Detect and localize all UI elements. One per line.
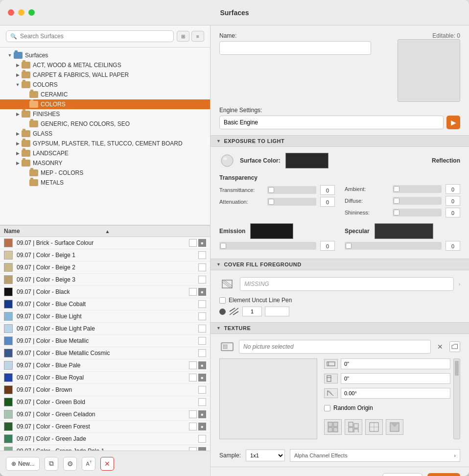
list-item[interactable]: 09.07 | Color - Green Jade [0,433,210,445]
ambient-value[interactable]: 0 [446,184,460,194]
list-item[interactable]: 09.07 | Color - Blue Metallic Cosmic [0,347,210,359]
list-item[interactable]: 09.07 | Color - Blue Royal ■ [0,372,210,384]
list-item[interactable]: 09.07 | Color - Green Celadon ■ [0,408,210,421]
list-item[interactable]: 09.07 | Color - Blue Cobalt [0,298,210,310]
tree-item-generic[interactable]: GENERIC, RENO COLORS, SEO [0,119,210,129]
texture-width-input[interactable] [341,358,450,369]
list-view-button[interactable]: ≡ [191,31,204,42]
tree-item-masonry[interactable]: ▶ MASONRY [0,158,210,168]
tree-item-ceramic[interactable]: CERAMIC [0,90,210,99]
texture-file-row: No picture selected ✕ [219,340,460,354]
tree-item-carpet[interactable]: ▶ CARPET & FABRICS, WALL PAPER [0,70,210,80]
surface-color-picker[interactable] [285,153,328,168]
rename-button[interactable]: AT [82,457,95,471]
tree-item-landscape[interactable]: ▶ LANDSCAPE [0,148,210,158]
emission-color-picker[interactable] [250,223,293,239]
item-icons [198,349,206,357]
tiling-btn-4[interactable] [386,419,403,435]
texture-scrollbar[interactable] [453,358,460,439]
color-swatch [4,324,13,333]
tree-label: ACT, WOOD & METAL CEILINGS [33,62,121,69]
list-item[interactable]: 09.07 | Color - Green Jade Pale 1 ■ [0,445,210,451]
ambient-slider[interactable] [393,185,442,193]
settings-button[interactable]: ⚙ [63,457,77,471]
shininess-value[interactable]: 0 [446,208,460,217]
hatch-radio[interactable] [219,309,226,315]
tree-item-surfaces[interactable]: ▼ Surfaces [0,50,210,60]
engine-settings-button[interactable]: ▶ [446,116,460,129]
duplicate-button[interactable]: ⧉ [45,457,58,471]
list-item[interactable]: 09.07 | Color - Blue Pale ■ [0,359,210,372]
texture-height-input[interactable] [341,373,450,384]
texture-angle-input[interactable] [341,388,450,399]
section-header-exposure[interactable]: ▼ EXPOSURE TO LIGHT [211,135,469,147]
list-item[interactable]: 09.07 | Color - Beige 3 [0,274,210,286]
list-item[interactable]: 09.07 | Color - Blue Light [0,310,210,323]
engine-select[interactable]: Basic Engine [219,116,444,129]
list-item[interactable]: 09.07 | Color - Beige 1 [0,249,210,262]
width-icon [324,359,338,369]
close-button[interactable] [8,9,14,16]
fullscreen-button[interactable] [28,9,35,16]
sort-icon[interactable]: ▲ [105,229,207,234]
list-item[interactable]: 09.07 | Brick - Surface Colour ■ [0,237,210,249]
tiling-btn-1[interactable] [324,419,342,435]
list-item[interactable]: 09.07 | Color - Green Bold [0,396,210,408]
emission-value[interactable]: 0 [320,241,335,251]
tree-item-colors-selected[interactable]: COLORS [0,99,210,109]
browse-texture-button[interactable] [449,341,460,352]
new-button[interactable]: ⊕ New... [6,457,40,471]
emission-slider[interactable] [219,242,316,250]
section-header-cover[interactable]: ▼ COVER FILL FOREGROUND [211,259,469,270]
tree-item-finishes[interactable]: ▶ FINISHES [0,109,210,119]
view-buttons: ⊞ ≡ [177,31,204,42]
list-item[interactable]: 09.07 | Color - Black ■ [0,286,210,298]
emission-row: Emission [219,223,335,239]
hatch-color-box[interactable] [265,307,289,316]
search-input[interactable] [20,33,169,40]
attenuation-slider[interactable] [267,198,316,206]
tree-item-metals[interactable]: METALS [0,178,210,188]
tree-item-mep[interactable]: MEP - COLORS [0,168,210,178]
tree-item-gypsum[interactable]: ▶ GYPSUM, PLASTER, TILE, STUCCO, CEMENT … [0,139,210,148]
list-item[interactable]: 09.07 | Color - Brown [0,384,210,396]
list-item[interactable]: 09.07 | Color - Blue Light Pale [0,323,210,335]
sample-select[interactable]: 1x1 [246,450,285,461]
list-item[interactable]: 09.07 | Color - Blue Metallic [0,335,210,347]
item-icons: ■ [189,361,206,369]
specular-value[interactable]: 0 [446,241,460,251]
color-swatch [4,275,13,284]
texture-controls-wrap: Random Origin [324,358,460,439]
list-item[interactable]: 09.07 | Color - Green Forest ■ [0,421,210,433]
grid-view-button[interactable]: ⊞ [177,31,189,42]
tree-item-act[interactable]: ▶ ACT, WOOD & METAL CEILINGS [0,60,210,70]
tiling-btn-2[interactable] [345,419,362,435]
random-origin-checkbox[interactable] [324,405,330,411]
section-header-texture[interactable]: ▼ TEXTURE [211,322,469,334]
cover-fill-select[interactable]: MISSING [240,277,454,291]
transmittance-value[interactable]: 0 [320,185,335,195]
cancel-button[interactable]: Cancel [382,473,422,476]
transmittance-slider[interactable] [267,186,316,194]
specular-slider[interactable] [345,242,442,250]
tree-item-colors-parent[interactable]: ▼ COLORS [0,80,210,90]
minimize-button[interactable] [18,9,24,16]
tiling-btn-3[interactable] [365,419,383,435]
alpha-channel-button[interactable]: Alpha Channel Effects › [290,449,460,462]
element-line-checkbox[interactable] [219,297,226,304]
hatch-number-input[interactable] [242,307,262,316]
icon-box [189,288,197,296]
diffuse-value[interactable]: 0 [446,196,460,206]
clear-texture-button[interactable]: ✕ [435,341,446,352]
attenuation-value[interactable]: 0 [320,197,335,207]
ok-button[interactable]: OK [427,473,460,476]
editable-section: Editable: 0 [398,32,460,102]
icon-filled: ■ [198,423,206,430]
specular-color-picker[interactable] [375,223,433,239]
delete-button[interactable]: ✕ [100,457,114,471]
list-item[interactable]: 09.07 | Color - Beige 2 [0,262,210,274]
diffuse-slider[interactable] [393,197,442,205]
name-input[interactable] [219,41,371,55]
tree-item-glass[interactable]: ▶ GLASS [0,129,210,139]
shininess-slider[interactable] [393,209,442,216]
